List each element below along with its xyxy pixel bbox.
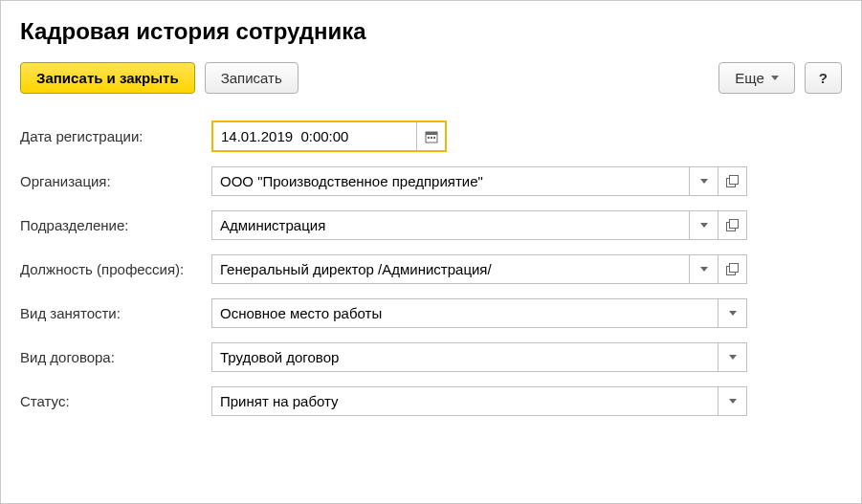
toolbar: Записать и закрыть Записать Еще ? [20,62,842,94]
organization-input[interactable] [211,166,690,196]
calendar-button[interactable] [416,122,445,150]
status-dropdown-button[interactable] [718,386,747,416]
organization-open-button[interactable] [718,166,747,196]
save-button[interactable]: Записать [205,62,298,94]
open-icon [726,263,739,275]
save-and-close-label: Записать и закрыть [36,70,179,86]
chevron-down-icon [729,399,737,404]
organization-dropdown-button[interactable] [690,166,718,196]
svg-rect-2 [428,137,430,139]
more-button[interactable]: Еще [718,62,795,94]
employment-type-label: Вид занятости: [20,305,211,321]
status-label: Статус: [20,393,211,409]
chevron-down-icon [700,179,708,184]
employment-type-dropdown-button[interactable] [718,298,747,328]
department-dropdown-button[interactable] [690,210,718,240]
department-input[interactable] [211,210,690,240]
svg-rect-8 [730,220,739,229]
contract-type-input[interactable] [211,342,718,372]
status-input[interactable] [211,386,718,416]
save-and-close-button[interactable]: Записать и закрыть [20,62,195,94]
open-icon [726,175,739,187]
chevron-down-icon [729,311,737,316]
employment-type-input[interactable] [211,298,718,328]
svg-rect-3 [431,137,432,139]
chevron-down-icon [771,76,779,80]
calendar-icon [425,130,438,143]
svg-rect-10 [730,264,739,273]
svg-rect-6 [730,176,739,185]
position-input[interactable] [211,254,690,284]
page-title: Кадровая история сотрудника [20,18,842,45]
reg-date-group [211,121,447,152]
position-open-button[interactable] [718,254,747,284]
help-button[interactable]: ? [805,62,842,94]
contract-type-label: Вид договора: [20,349,211,365]
position-label: Должность (профессия): [20,261,211,277]
chevron-down-icon [700,223,708,228]
chevron-down-icon [700,267,708,272]
organization-label: Организация: [20,173,211,189]
department-label: Подразделение: [20,217,211,233]
reg-date-label: Дата регистрации: [20,128,211,144]
department-open-button[interactable] [718,210,747,240]
more-label: Еще [735,70,764,86]
svg-rect-4 [433,137,435,139]
contract-type-dropdown-button[interactable] [718,342,747,372]
save-label: Записать [221,70,282,86]
position-dropdown-button[interactable] [690,254,718,284]
open-icon [726,219,739,231]
help-label: ? [819,70,828,86]
reg-date-input[interactable] [213,122,416,150]
chevron-down-icon [729,355,737,360]
svg-rect-1 [426,132,437,135]
form-window: Кадровая история сотрудника Записать и з… [0,0,862,504]
